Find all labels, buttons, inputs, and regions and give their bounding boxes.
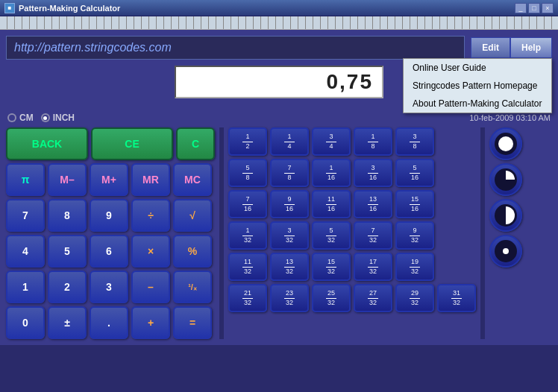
frac-3-16[interactable]: 316 [354, 159, 392, 187]
btn-6[interactable]: 6 [90, 235, 128, 268]
frac-1-8[interactable]: 18 [354, 127, 392, 156]
calc-layout: BACK CE C π M– M+ MR MC 7 8 9 ÷ √ [6, 127, 552, 339]
frac-row-4: 132 332 532 732 932 [228, 221, 476, 250]
url-display: http://pattern.stringcodes.com [6, 36, 465, 60]
date-time: 10-feb-2009 03:10 AM [469, 113, 551, 122]
keypad-row-2: π M– M+ MR MC [6, 163, 215, 196]
frac-3-8[interactable]: 38 [395, 127, 434, 156]
frac-row-1: 12 14 34 18 38 [228, 127, 476, 156]
btn-percent[interactable]: % [173, 235, 212, 268]
frac-15-16[interactable]: 1516 [395, 190, 434, 218]
btn-sqrt[interactable]: √ [173, 199, 212, 232]
minimize-button[interactable]: _ [515, 3, 527, 13]
pi-button[interactable]: π [6, 163, 45, 196]
inch-radio[interactable] [41, 113, 50, 122]
half-sector-shape [497, 206, 515, 224]
small-dot-icon [495, 240, 517, 262]
frac-9-32[interactable]: 932 [395, 221, 434, 250]
btn-divide[interactable]: ÷ [131, 199, 170, 232]
frac-21-32[interactable]: 2132 [228, 284, 267, 312]
maximize-button[interactable]: □ [528, 3, 540, 13]
frac-1-2[interactable]: 12 [228, 127, 267, 156]
frac-3-4[interactable]: 34 [312, 127, 351, 156]
menu-item-homepage[interactable]: Stringcodes Pattern Homepage [404, 77, 551, 95]
frac-19-32[interactable]: 1932 [395, 253, 434, 281]
keypad-row-6: 0 ± . + = [6, 306, 215, 339]
frac-1-16[interactable]: 116 [312, 159, 351, 187]
btn-subtract[interactable]: – [131, 271, 170, 303]
c-button[interactable]: C [176, 127, 215, 160]
ce-button[interactable]: CE [91, 127, 173, 160]
btn-decimal[interactable]: . [90, 306, 128, 339]
mc-button[interactable]: MC [173, 163, 212, 196]
frac-13-32[interactable]: 1332 [270, 253, 309, 281]
cm-option[interactable]: CM [7, 113, 34, 123]
main-content: http://pattern.stringcodes.com Edit Help… [0, 30, 558, 345]
quarter-circle-button[interactable] [489, 163, 522, 196]
frac-7-32[interactable]: 732 [354, 221, 392, 250]
quarter-circle-icon [495, 168, 517, 191]
frac-11-16[interactable]: 1116 [312, 190, 351, 218]
btn-reciprocal[interactable]: ¹/ₓ [173, 271, 212, 303]
keypad-row-4: 4 5 6 × % [6, 235, 215, 268]
small-dot-button[interactable] [489, 235, 522, 268]
full-circle-shape [498, 136, 513, 151]
frac-29-32[interactable]: 2932 [395, 284, 434, 312]
keypad-row-5: 1 2 3 – ¹/ₓ [6, 271, 215, 303]
frac-15-32[interactable]: 1532 [312, 253, 351, 281]
btn-0[interactable]: 0 [6, 306, 45, 339]
window-title: Pattern-Making Calculator [19, 4, 515, 13]
btn-4[interactable]: 4 [6, 235, 45, 268]
frac-27-32[interactable]: 2732 [354, 284, 392, 312]
frac-9-16[interactable]: 916 [270, 190, 309, 218]
half-circle-button[interactable] [489, 199, 522, 232]
frac-1-32[interactable]: 132 [228, 221, 267, 250]
frac-3-32[interactable]: 332 [270, 221, 309, 250]
quarter-sector-shape [497, 171, 515, 189]
btn-sign[interactable]: ± [48, 306, 87, 339]
menu-item-guide[interactable]: Online User Guide [404, 59, 551, 77]
main-keypad: BACK CE C π M– M+ MR MC 7 8 9 ÷ √ [6, 127, 215, 339]
edit-button[interactable]: Edit [471, 37, 510, 58]
frac-5-16[interactable]: 516 [395, 159, 434, 187]
inch-label: INCH [53, 113, 75, 123]
btn-8[interactable]: 8 [48, 199, 87, 232]
close-button[interactable]: × [542, 3, 554, 13]
frac-row-5: 1132 1332 1532 1732 1932 [228, 253, 476, 281]
btn-equals[interactable]: = [173, 306, 212, 339]
frac-1-4[interactable]: 14 [270, 127, 309, 156]
url-row: http://pattern.stringcodes.com Edit Help… [6, 36, 552, 60]
calculator-display: 0,75 [175, 66, 383, 98]
full-circle-button[interactable] [489, 127, 522, 160]
frac-7-8[interactable]: 78 [270, 159, 309, 187]
frac-13-16[interactable]: 1316 [354, 190, 392, 218]
btn-9[interactable]: 9 [90, 199, 128, 232]
back-button[interactable]: BACK [6, 127, 88, 160]
btn-add[interactable]: + [131, 306, 170, 339]
ruler [0, 16, 558, 30]
frac-5-8[interactable]: 58 [228, 159, 267, 187]
frac-11-32[interactable]: 1132 [228, 253, 267, 281]
menu-item-about[interactable]: About Pattern-Making Calculator [404, 95, 551, 113]
btn-multiply[interactable]: × [131, 235, 170, 268]
help-button[interactable]: Help [510, 37, 552, 58]
btn-5[interactable]: 5 [48, 235, 87, 268]
btn-3[interactable]: 3 [90, 271, 128, 303]
mminus-button[interactable]: M– [48, 163, 87, 196]
inch-option[interactable]: INCH [41, 113, 75, 123]
half-circle-icon [495, 204, 517, 227]
frac-5-32[interactable]: 532 [312, 221, 351, 250]
frac-31-32[interactable]: 3132 [437, 284, 476, 312]
btn-2[interactable]: 2 [48, 271, 87, 303]
frac-25-32[interactable]: 2532 [312, 284, 351, 312]
frac-17-32[interactable]: 1732 [354, 253, 392, 281]
frac-7-16[interactable]: 716 [228, 190, 267, 218]
cm-radio[interactable] [7, 113, 16, 122]
small-dot-shape [503, 248, 509, 254]
btn-7[interactable]: 7 [6, 199, 45, 232]
mplus-button[interactable]: M+ [90, 163, 128, 196]
frac-row-3: 716 916 1116 1316 1516 [228, 190, 476, 218]
frac-23-32[interactable]: 2332 [270, 284, 309, 312]
mr-button[interactable]: MR [131, 163, 170, 196]
btn-1[interactable]: 1 [6, 271, 45, 303]
